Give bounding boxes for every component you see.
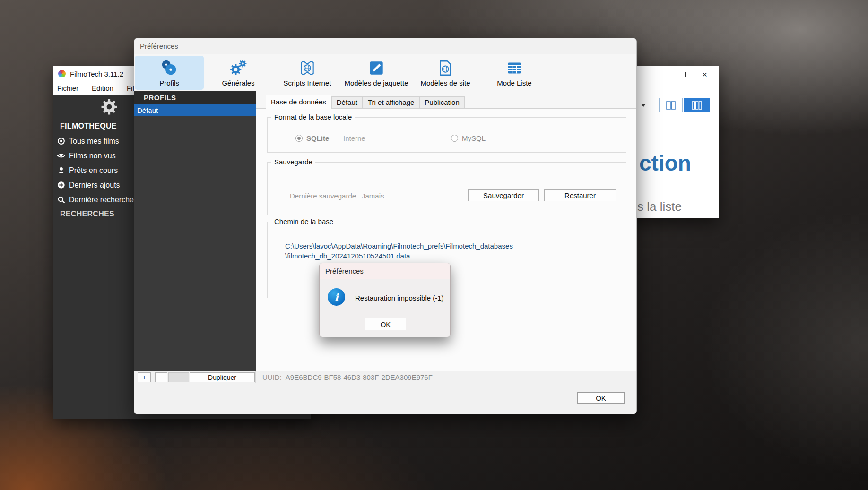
toolbar-item-label: Mode Liste [497,79,531,87]
toolbar-item-label: Modèles de jaquette [344,79,408,87]
radio-sqlite[interactable] [295,135,303,142]
duplicate-profile-button[interactable]: Dupliquer [190,372,255,382]
info-icon: i [328,288,345,306]
group-sauvegarde: Sauvegarde Dernière sauvegarde Jamais Sa… [267,162,626,215]
database-path-line2: \filmotech_db_2024120510524501.data [285,252,410,260]
group-title: Format de la base locale [271,113,355,121]
sidebar-item-prets-en-cours[interactable]: Prêts en cours [57,163,118,178]
preferences-titlebar[interactable]: Préférences [134,38,636,54]
eye-icon [57,152,65,160]
toolbar-item-modeles-jaquette[interactable]: Modèles de jaquette [342,56,411,90]
remove-profile-button[interactable]: - [155,372,167,382]
label-sqlite: SQLite [306,134,329,142]
preferences-toolbar: Profils [134,54,636,91]
menu-edition[interactable]: Edition [92,84,113,92]
alert-dialog: Préférences i Restauration impossible (-… [319,263,451,337]
panes-icon [666,101,676,110]
tab-defaut[interactable]: Défaut [331,96,363,108]
maximize-button[interactable] [671,66,694,83]
sidebar-item-label: Tous mes films [69,137,119,146]
group-title: Sauvegarde [271,158,315,166]
section-recherches: RECHERCHES [60,210,114,218]
view-mode-details-button[interactable] [659,98,683,112]
profile-item-defaut[interactable]: Défaut [134,104,256,116]
dropdown-button[interactable] [636,99,651,112]
preferences-bottom-strip: + - Dupliquer UUID: A9E6BDC9-BF58-46D3-8… [134,371,636,383]
uuid-label: UUID: [262,373,282,381]
toolbar-item-generales[interactable]: Générales [204,56,273,90]
settings-gear-icon[interactable] [101,98,118,117]
uuid-row: UUID: A9E6BDC9-BF58-46D3-803F-2DEA309E97… [256,371,636,383]
toolbar-item-label: Générales [222,79,254,87]
sidebar-item-derniers-ajouts[interactable]: Derniers ajouts [57,178,120,192]
radio-mysql[interactable] [451,135,458,142]
alert-titlebar[interactable]: Préférences [320,263,450,279]
sidebar-item-derniere-recherche[interactable]: Dernière recherche [57,192,134,207]
sidebar-item-tous-mes-films[interactable]: Tous mes films [57,134,119,148]
sidebar-item-label: Derniers ajouts [69,181,120,189]
menu-fichier[interactable]: Fichier [57,84,78,92]
person-icon [57,166,65,174]
group-title: Chemin de la base [271,217,336,225]
background-subtitle-fragment: s la liste [637,199,682,214]
alert-ok-button[interactable]: OK [365,318,406,330]
filmotech-window-title: FilmoTech 3.11.2 [70,70,123,78]
alert-message: Restauration impossible (-1) [355,294,444,302]
maximize-icon [680,72,686,77]
background-heading-fragment: ction [639,150,691,176]
site-template-globe-icon [436,59,454,77]
record-icon [57,137,65,145]
sauvegarder-button[interactable]: Sauvegarder [468,189,539,201]
profiles-discs-icon [160,59,178,77]
search-icon [57,196,65,204]
toolbar-item-label: Modèles de site [420,79,470,87]
label-derniere-sauvegarde: Dernière sauvegarde [290,192,356,200]
toolbar-item-label: Scripts Internet [284,79,331,87]
toolbar-item-scripts-internet[interactable]: Scripts Internet [273,56,342,90]
alert-body: i Restauration impossible (-1) OK [320,279,450,337]
scroll-globe-icon [298,59,316,77]
plus-circle-icon [57,181,65,189]
cover-template-pencil-icon [367,59,385,77]
sidebar-item-films-non-vus[interactable]: Films non vus [57,148,116,163]
tab-tri-et-affichage[interactable]: Tri et affichage [363,96,419,108]
tab-publication[interactable]: Publication [419,96,464,108]
toolbar-item-label: Profils [159,79,179,87]
filmotech-app-icon [58,70,66,77]
toolbar-item-mode-liste[interactable]: Mode Liste [480,56,549,90]
view-mode-columns-button[interactable] [684,98,710,112]
sidebar-item-label: Dernière recherche [69,196,134,204]
preferences-ok-button[interactable]: OK [577,392,625,404]
desktop: FilmoTech 3.11.2 Fichier Edition Films [0,0,868,490]
profile-spacer-button[interactable] [168,372,189,382]
chevron-down-icon [641,104,646,107]
restaurer-button[interactable]: Restaurer [544,189,616,201]
close-icon: × [702,69,707,80]
close-button[interactable]: × [694,66,716,83]
add-profile-button[interactable]: + [138,372,151,382]
profiles-panel-header: PROFILS [134,91,256,104]
group-format-base-locale: Format de la base locale SQLite Interne … [267,117,626,153]
sidebar-item-label: Prêts en cours [69,166,118,175]
preferences-window: Préférences Profils [134,38,637,414]
preferences-tabs: Base de données Défaut Tri et affichage … [256,91,636,109]
gears-icon [229,59,247,77]
label-mysql: MySQL [462,134,486,142]
table-list-icon [505,59,523,77]
tab-base-de-donnees[interactable]: Base de données [266,95,331,109]
profiles-actions: + - Dupliquer [134,371,256,383]
profiles-panel: PROFILS Défaut [134,91,256,371]
label-interne: Interne [343,134,365,142]
toolbar-item-modeles-site[interactable]: Modèles de site [411,56,480,90]
toolbar-item-profils[interactable]: Profils [135,56,204,90]
window-controls: × [649,66,716,83]
sidebar-item-label: Films non vus [69,152,116,160]
preferences-footer: OK [134,383,636,414]
section-filmotheque: FILMOTHEQUE [60,122,117,130]
database-path-line1: C:\Users\lavoc\AppData\Roaming\Filmotech… [285,242,513,250]
info-glyph: i [334,291,338,303]
columns-icon [692,101,702,110]
minimize-button[interactable] [649,66,671,83]
uuid-value: A9E6BDC9-BF58-46D3-803F-2DEA309E976F [286,373,433,381]
value-derniere-sauvegarde: Jamais [362,192,384,200]
